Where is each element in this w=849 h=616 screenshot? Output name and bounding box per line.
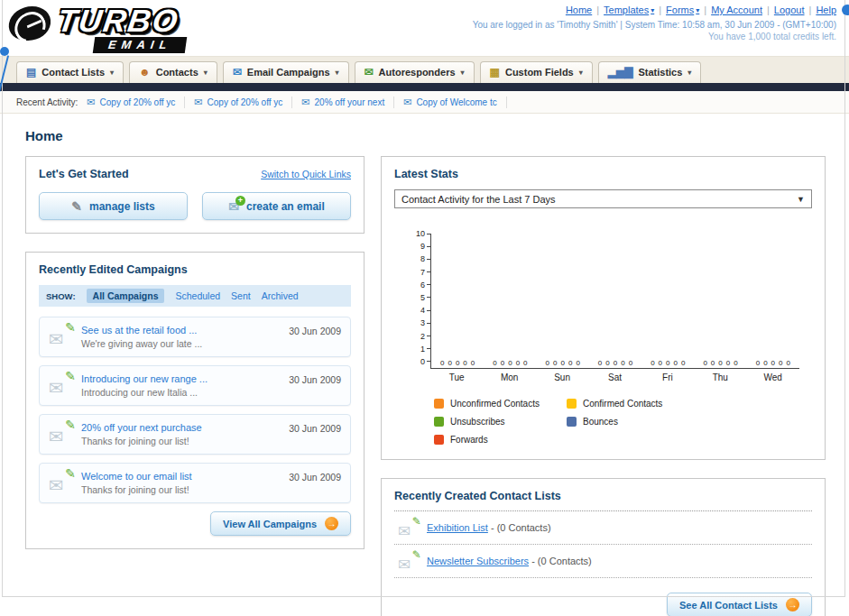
filter-tab-scheduled[interactable]: Scheduled bbox=[175, 290, 220, 301]
pencil-icon: ✎ bbox=[65, 466, 76, 481]
header-link-logout[interactable]: Logout bbox=[774, 5, 805, 15]
recent-activity-item[interactable]: ✉Copy of 20% off yc bbox=[194, 97, 292, 108]
chevron-down-icon: ▾ bbox=[110, 69, 114, 77]
bar-value: 0 bbox=[456, 359, 459, 367]
chevron-down-icon: ▼ bbox=[797, 195, 805, 204]
legend-swatch bbox=[434, 399, 444, 409]
envelope-icon: ✉ bbox=[49, 328, 64, 350]
nav-tab-statistics[interactable]: ▂▅▇Statistics▾ bbox=[598, 61, 702, 83]
contact-list-item[interactable]: ✉✎Exhibition List - (0 Contacts) bbox=[394, 511, 812, 545]
nav-tab-contacts[interactable]: ☻Contacts▾ bbox=[129, 61, 217, 83]
manage-lists-button[interactable]: ✎ manage lists bbox=[39, 192, 188, 220]
campaign-row[interactable]: ✉✎See us at the retail food ...We're giv… bbox=[39, 317, 351, 357]
header-link-my-account[interactable]: My Account bbox=[711, 5, 762, 15]
campaign-date: 30 Jun 2009 bbox=[289, 472, 341, 483]
speedometer-icon bbox=[6, 6, 52, 41]
campaign-filter-tabs: All CampaignsScheduledSentArchived bbox=[87, 289, 299, 303]
nav-tab-label: Email Campaigns bbox=[247, 67, 330, 78]
view-all-campaigns-label: View All Campaigns bbox=[223, 519, 317, 529]
legend-swatch bbox=[567, 417, 577, 427]
campaign-subtitle: Thanks for joining our list! bbox=[81, 436, 276, 446]
stats-period-select[interactable]: Contact Activity for the Last 7 Days ▼ bbox=[394, 189, 812, 208]
recent-activity-item[interactable]: ✉20% off your next bbox=[301, 97, 394, 108]
nav-tab-custom-fields[interactable]: ▦Custom Fields▾ bbox=[480, 61, 593, 83]
pencil-icon: ✎ bbox=[65, 369, 76, 383]
filter-tab-archived[interactable]: Archived bbox=[262, 290, 299, 301]
header-link-templates[interactable]: Templates▾ bbox=[604, 5, 654, 15]
bar-value: 0 bbox=[629, 359, 632, 367]
legend-swatch bbox=[434, 417, 444, 427]
envelope-icon: ✉ bbox=[49, 426, 64, 447]
recent-activity-items: ✉Copy of 20% off yc✉Copy of 20% off yc✉2… bbox=[87, 97, 506, 108]
bar-value: 0 bbox=[508, 359, 512, 367]
campaign-row[interactable]: ✉✎Welcome to our email listThanks for jo… bbox=[39, 463, 351, 503]
campaign-row[interactable]: ✉✎Introducing our new range ...Introduci… bbox=[39, 365, 351, 406]
campaign-title-link[interactable]: 20% off your next purchase bbox=[81, 422, 276, 433]
campaign-row[interactable]: ✉✎20% off your next purchaseThanks for j… bbox=[39, 414, 351, 455]
header-link-home[interactable]: Home bbox=[566, 5, 592, 15]
chart-y-axis: 109876543210 bbox=[411, 230, 430, 365]
filter-tab-all-campaigns[interactable]: All Campaigns bbox=[87, 289, 165, 303]
link-separator: | bbox=[596, 5, 599, 15]
x-tick-label: Tue bbox=[430, 372, 483, 382]
recent-activity-item[interactable]: ✉Copy of Welcome tc bbox=[403, 97, 507, 108]
envelope-icon: ✉ bbox=[398, 556, 411, 574]
view-all-campaigns-button[interactable]: View All Campaigns → bbox=[210, 511, 351, 536]
see-all-contact-lists-button[interactable]: See All Contact Lists → bbox=[667, 593, 812, 616]
chevron-down-icon: ▾ bbox=[579, 69, 583, 77]
y-tick-label: 1 bbox=[420, 345, 430, 353]
campaign-title-link[interactable]: Welcome to our email list bbox=[81, 471, 276, 482]
chevron-down-icon: ▾ bbox=[204, 69, 208, 77]
bar-value: 0 bbox=[448, 359, 451, 367]
envelope-plus-icon: ✉+ bbox=[228, 199, 239, 214]
bar-value: 0 bbox=[651, 359, 654, 367]
see-all-contact-lists-label: See All Contact Lists bbox=[679, 600, 778, 611]
y-tick-label: 10 bbox=[416, 230, 430, 237]
login-info: You are logged in as 'Timothy Smith' | S… bbox=[473, 20, 836, 30]
filter-tab-sent[interactable]: Sent bbox=[231, 290, 251, 301]
bar-value: 0 bbox=[681, 359, 685, 367]
bar-value-group: 00000 bbox=[537, 359, 589, 367]
bar-value: 0 bbox=[779, 359, 782, 367]
envelope-pencil-icon: ✉✎ bbox=[49, 424, 74, 446]
envelope-icon: ✉ bbox=[398, 522, 411, 540]
x-tick-label: Fri bbox=[641, 372, 694, 382]
nav-tab-autoresponders[interactable]: ✉Autoresponders▾ bbox=[355, 61, 475, 83]
campaign-date: 30 Jun 2009 bbox=[289, 374, 341, 385]
campaign-title-link[interactable]: Introducing our new range ... bbox=[81, 373, 276, 384]
legend-label: Bounces bbox=[583, 417, 618, 427]
bar-value: 0 bbox=[516, 359, 520, 367]
bar-value: 0 bbox=[771, 359, 775, 367]
nav-tab-contact-lists[interactable]: ▤Contact Lists▾ bbox=[16, 61, 124, 83]
legend-swatch bbox=[567, 399, 577, 409]
contact-list-name-link[interactable]: Exhibition List bbox=[427, 522, 488, 533]
switch-quick-links-link[interactable]: Switch to Quick Links bbox=[261, 169, 351, 179]
nav-tab-email-campaigns[interactable]: ✉Email Campaigns▾ bbox=[223, 61, 349, 83]
envelope-icon: ✉ bbox=[49, 474, 64, 496]
recent-activity-item-label: 20% off your next bbox=[315, 97, 385, 107]
envelope-icon: ✉ bbox=[49, 377, 64, 399]
bar-value: 0 bbox=[666, 359, 669, 367]
campaign-title-link[interactable]: See us at the retail food ... bbox=[81, 325, 276, 336]
chevron-down-icon: ▾ bbox=[688, 69, 691, 77]
contact-list-detail: - (0 Contacts) bbox=[488, 522, 551, 533]
contact-list-item[interactable]: ✉✎Newsletter Subscribers - (0 Contacts) bbox=[394, 545, 812, 578]
recent-activity-item[interactable]: ✉Copy of 20% off yc bbox=[87, 97, 185, 108]
header-link-help[interactable]: Help bbox=[816, 5, 836, 15]
latest-stats-panel: Latest Stats Contact Activity for the La… bbox=[381, 156, 826, 460]
bar-value: 0 bbox=[440, 359, 444, 367]
chevron-down-icon: ▾ bbox=[696, 6, 699, 14]
y-tick-label: 7 bbox=[420, 269, 430, 276]
blue-pin-decoration bbox=[0, 47, 9, 56]
bar-value: 0 bbox=[726, 359, 730, 367]
pencil-icon: ✎ bbox=[65, 320, 76, 335]
logo: TURBO EMAIL bbox=[7, 3, 242, 53]
bar-value-group: 00000 bbox=[589, 359, 641, 367]
header-link-forms[interactable]: Forms▾ bbox=[666, 5, 699, 15]
contact-list-name-link[interactable]: Newsletter Subscribers bbox=[427, 556, 529, 566]
create-email-button[interactable]: ✉+ create an email bbox=[202, 192, 351, 220]
nav-tab-label: Contacts bbox=[156, 67, 198, 78]
bar-value: 0 bbox=[560, 359, 564, 367]
stats-period-value: Contact Activity for the Last 7 Days bbox=[401, 194, 556, 205]
legend-item: Unsubscribes bbox=[434, 417, 567, 427]
